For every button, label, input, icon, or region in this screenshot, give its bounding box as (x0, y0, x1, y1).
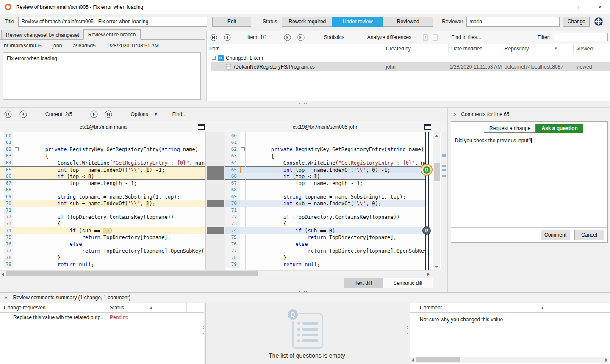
change-reviewer-button[interactable]: Change (563, 17, 590, 27)
comment-row[interactable]: Not sure why you changed this value (410, 313, 610, 323)
first-diff-icon[interactable] (4, 110, 12, 119)
doc-arrow-left-icon[interactable] (422, 34, 429, 41)
code-line-right-62[interactable]: 62 private RegistryKey GetRegistoryEntry… (225, 146, 426, 153)
code-line-right-63[interactable]: 63 { (225, 153, 426, 160)
reviewer-input[interactable]: maria (466, 17, 560, 27)
column-created-by[interactable]: Created by (383, 44, 449, 53)
code-line-left-79[interactable]: 79 return null; (0, 261, 205, 268)
status-reviewed-button[interactable]: Reviewed (383, 17, 433, 27)
code-line-right-77[interactable]: 77 return TopDirectory[topname].OpenSubK… (225, 248, 426, 254)
code-line-left-76[interactable]: 76 else (0, 241, 205, 248)
change-request-row[interactable]: Replace this value wih the related outp.… (0, 313, 204, 322)
question-textarea[interactable]: Did you check the previous input? (451, 135, 607, 228)
changed-group-row[interactable]: − C Changed: 1 item (207, 53, 610, 62)
code-line-right-71[interactable]: 71 (225, 207, 426, 214)
code-line-left-71[interactable]: 71 (0, 207, 205, 214)
code-line-left-68[interactable]: 68 (0, 187, 205, 193)
cancel-button[interactable]: Cancel (574, 230, 604, 240)
code-line-right-74[interactable]: 74 if (sub == 0) (225, 227, 426, 234)
column-path[interactable]: Path (207, 44, 383, 53)
code-line-left-74[interactable]: 74 if (sub == -1) (0, 227, 205, 234)
doc-arrow-right-icon[interactable] (432, 34, 438, 41)
chevron-right-icon[interactable]: > (453, 112, 456, 117)
code-line-left-72[interactable]: 72 if (TopDirectory.ContainsKey(topname)… (0, 214, 205, 221)
horizontal-splitter-grip[interactable] (299, 103, 307, 104)
ask-question-button[interactable]: Ask a question (536, 124, 583, 133)
gyro-globe-icon[interactable] (594, 17, 603, 26)
code-line-left-60[interactable]: 60 (0, 132, 205, 139)
code-line-left-63[interactable]: 63 { (0, 153, 205, 160)
edit-button[interactable]: Edit (212, 17, 251, 27)
code-line-left-75[interactable]: 75 return TopDirectory[topname]; (0, 234, 205, 241)
last-item-icon[interactable] (297, 33, 305, 41)
comments-horizontal-scrollbar[interactable] (410, 357, 609, 363)
right-pane-window-icon[interactable] (424, 124, 431, 130)
next-diff-icon[interactable] (90, 110, 98, 119)
code-line-right-78[interactable]: 78 } (225, 254, 426, 261)
scroll-right-icon[interactable] (427, 273, 430, 276)
code-line-left-65[interactable]: 65 int top = name.IndexOf('\\', 1) -1; (0, 166, 205, 173)
find-button[interactable]: Find... (172, 111, 186, 117)
review-title-input[interactable]: Review of branch /main/scm005 - Fix erro… (18, 17, 207, 27)
file-row[interactable]: /DokanNet/RegistoryFS/Program.cs john 1/… (211, 62, 610, 71)
code-line-left-77[interactable]: 77 return TopDirectory[topname].OpenSubK… (0, 248, 205, 254)
minimize-button[interactable]: – (551, 0, 571, 14)
scroll-left-icon[interactable] (2, 273, 4, 276)
column-status[interactable]: Status▲ (106, 303, 187, 312)
horizontal-scrollbar[interactable] (0, 270, 433, 276)
code-line-right-76[interactable]: 76 else (225, 241, 426, 248)
column-repository[interactable]: Repository▼ (502, 44, 574, 53)
column-date-modified[interactable]: Date modified (449, 44, 502, 53)
code-line-right-72[interactable]: 72 if (TopDirectory.ContainsKey(topname)… (225, 214, 426, 221)
code-line-left-73[interactable]: 73 { (0, 221, 205, 227)
code-line-right-61[interactable]: 61 (225, 139, 426, 146)
column-viewed[interactable]: Viewed (574, 44, 610, 53)
vertical-scrollbar[interactable] (433, 132, 440, 270)
first-item-icon[interactable] (209, 33, 218, 41)
find-in-files-button[interactable]: Find in files... (451, 34, 481, 40)
code-fold-icon[interactable]: − (241, 147, 245, 151)
code-line-right-67[interactable]: 67 top = name.Length - 1; (225, 180, 426, 187)
code-line-right-64[interactable]: 64 Console.WriteLine("GetRegistoryEntry … (225, 160, 426, 166)
close-button[interactable]: × (590, 0, 610, 14)
chevron-down-icon[interactable]: v (5, 295, 7, 300)
overview-ruler[interactable] (441, 132, 447, 270)
source-code-pane[interactable]: 606162 private RegistryKey GetRegistoryE… (0, 132, 206, 270)
code-line-right-79[interactable]: 79 return null; (225, 261, 426, 268)
last-diff-icon[interactable] (104, 110, 113, 119)
vertical-splitter-grip[interactable] (203, 326, 204, 334)
code-line-left-69[interactable]: 69 string topname = name.Substring(1, to… (0, 193, 205, 200)
code-line-right-66[interactable]: 66 if (top < 1) (225, 173, 426, 180)
code-line-left-61[interactable]: 61 (0, 139, 205, 146)
column-change-requested[interactable]: Change requested (0, 303, 106, 312)
statistics-button[interactable]: Statistics (324, 34, 344, 40)
maximize-button[interactable]: □ (571, 0, 590, 14)
status-rework-required-button[interactable]: Rework required (282, 17, 333, 27)
vertical-scroll-thumb[interactable] (434, 163, 440, 181)
vertical-splitter-grip[interactable] (407, 326, 408, 334)
code-line-right-73[interactable]: 73 { (225, 221, 426, 227)
vertical-splitter-grip[interactable] (446, 191, 446, 198)
text-diff-button[interactable]: Text diff (344, 278, 383, 288)
request-change-button[interactable]: Request a change (484, 124, 536, 133)
code-line-right-75[interactable]: 75 return TopDirectory[topname]; (225, 234, 426, 241)
collapse-expander-icon[interactable]: − (212, 56, 216, 60)
code-line-left-70[interactable]: 70 int sub = name.IndexOf('\\', 1); (0, 200, 205, 207)
code-line-left-67[interactable]: 67 top = name.Length - 1; (0, 180, 205, 187)
code-line-right-70[interactable]: 70 int sub = name.IndexOf('\\', 0); (225, 200, 426, 207)
scroll-up-icon[interactable] (435, 135, 438, 137)
previous-item-icon[interactable] (223, 33, 231, 41)
left-pane-window-icon[interactable] (198, 124, 205, 130)
filter-input[interactable] (554, 33, 608, 41)
previous-diff-icon[interactable] (19, 110, 28, 119)
comments-scroll-thumb[interactable] (416, 357, 460, 362)
code-line-left-64[interactable]: 64 Console.WriteLine("GetRegistoryEntry … (0, 160, 205, 166)
scroll-down-icon[interactable] (435, 266, 438, 268)
horizontal-splitter-grip[interactable] (299, 291, 307, 292)
next-item-icon[interactable] (283, 33, 292, 41)
tab-review-changeset-by-changeset[interactable]: Review changeset by changeset (1, 30, 84, 40)
code-line-right-68[interactable]: 68 (225, 187, 426, 193)
code-line-right-60[interactable]: 60 (225, 132, 426, 139)
options-button[interactable]: Options (130, 111, 148, 117)
code-line-left-78[interactable]: 78 } (0, 254, 205, 261)
